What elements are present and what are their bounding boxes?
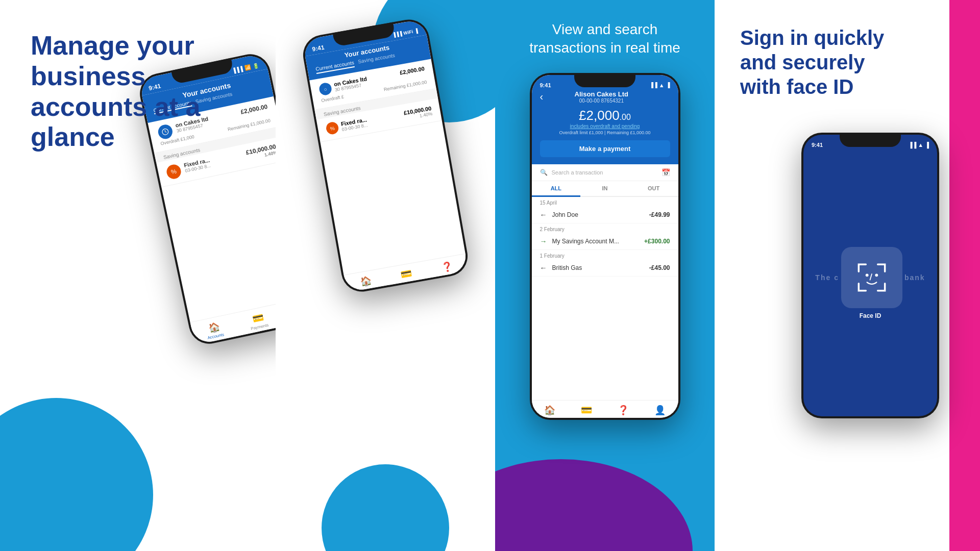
face-id-label: Face ID: [860, 312, 881, 319]
tx-amount-3: -£45.00: [649, 264, 670, 271]
panel-3-title: View and search transactions in real tim…: [516, 20, 694, 58]
tx-amount-2: +£300.00: [644, 238, 670, 245]
wifi-3: ▲: [659, 82, 665, 88]
s3-top-row: ‹ Alison Cakes Ltd 00-00-00 87654321: [540, 90, 670, 104]
signal-3: ▐▐: [649, 82, 657, 88]
signal-4: ▐▐: [909, 142, 917, 148]
tab-out[interactable]: OUT: [629, 181, 678, 196]
signal-2: ▐▐▐: [392, 31, 403, 38]
account-icon-2: ○: [318, 82, 333, 96]
panel-1-title: Manage your business accounts at a glanc…: [31, 31, 250, 153]
screen-3-acct-header: ‹ Alison Cakes Ltd 00-00-00 87654321 £2,…: [532, 88, 678, 164]
phone-notch-3: [574, 73, 635, 87]
phone-screen-4: 9:41 ▐▐ ▲ ▐ The c: [803, 135, 937, 416]
s3-account-name: Alison Cakes Ltd: [547, 90, 655, 98]
payment-icon: 💳: [251, 312, 264, 325]
tab-in[interactable]: IN: [580, 181, 629, 196]
battery-4: ▐: [925, 142, 929, 148]
saving-icon-2: %: [325, 121, 339, 135]
tx-name-2: My Savings Account M...: [552, 238, 640, 245]
phone-2-container: 9:41 ▐▐▐ WiFi ▐ Your accounts Current ac…: [322, 26, 449, 286]
status-time-2: 9:41: [311, 44, 325, 53]
saving-balance-2: £10,000.00 1.40%: [403, 105, 433, 121]
nav-2-help[interactable]: ❓: [440, 261, 453, 273]
panel-3-header: View and search transactions in real tim…: [495, 0, 715, 68]
screen-4-bank-text: The c: [815, 247, 925, 308]
nav-accounts[interactable]: 🏠 Accounts: [205, 320, 225, 340]
transaction-item-3[interactable]: ← British Gas -£45.00: [532, 260, 678, 277]
saving-detail-2: Fixed ra... 03-00-30 8...: [340, 111, 402, 132]
s3-account-info: Alison Cakes Ltd 00-00-00 87654321: [547, 90, 655, 104]
nav-3-payments[interactable]: 💳: [581, 405, 592, 416]
calendar-icon-3[interactable]: 📅: [662, 168, 670, 177]
status-time-4: 9:41: [812, 142, 823, 148]
search-icon-3: 🔍: [540, 169, 548, 176]
date-label-1: 15 April: [532, 197, 678, 207]
s3-search-row: 🔍 Search a transaction 📅: [532, 164, 678, 181]
bottom-nav-1: 🏠 Accounts 💳 Payments ❓ Help: [190, 295, 276, 345]
phone-notch-4: [840, 133, 901, 147]
screen-4-content: The c: [803, 150, 937, 416]
nav-3-home[interactable]: 🏠: [544, 405, 555, 416]
battery-3: ▐: [666, 82, 670, 88]
status-icons-3: ▐▐ ▲ ▐: [649, 82, 670, 88]
nav-3-help[interactable]: ❓: [618, 405, 629, 416]
account-balance-2: £2,000.00: [399, 65, 425, 76]
s3-balance: £2,000.00: [540, 108, 670, 123]
tx-name-1: John Doe: [552, 211, 644, 218]
face-id-box[interactable]: [841, 247, 902, 308]
s3-account-num: 00-00-00 87654321: [547, 98, 655, 104]
face-id-icon: [854, 260, 890, 295]
nav-2-accounts[interactable]: 🏠: [359, 275, 372, 288]
nav-payments[interactable]: 💳 Payments: [248, 311, 270, 331]
phone-mockup-4: 9:41 ▐▐ ▲ ▐ The c: [801, 133, 939, 418]
status-time-3: 9:41: [540, 82, 551, 88]
tab-all[interactable]: ALL: [532, 181, 581, 197]
wifi-2: WiFi: [403, 29, 413, 36]
tx-arrow-out-1: ←: [540, 211, 547, 219]
svg-point-2: [875, 273, 878, 277]
s3-balance-section: £2,000.00 includes overdraft and pending…: [540, 108, 670, 135]
home-icon: 🏠: [207, 321, 220, 334]
phone-screen-3: 9:41 ▐▐ ▲ ▐ ‹ Alison Cakes Ltd 00-00-00 …: [532, 75, 678, 418]
nav-3-profile[interactable]: 👤: [654, 405, 666, 416]
svg-point-1: [866, 273, 869, 277]
payment-icon-2: 💳: [400, 268, 412, 281]
account-icon-saving: %: [165, 163, 182, 180]
blue-circle-decoration: [0, 398, 153, 551]
bottom-nav-2: 🏠 💳 ❓: [344, 254, 468, 292]
bottom-nav-3: 🏠 💳 ❓ 👤: [532, 400, 678, 418]
s3-balance-sub: includes overdraft and pending: [540, 123, 670, 129]
blue-blob-bottom: [322, 464, 449, 551]
transactions-list: 15 April ← John Doe -£49.99 2 February →…: [532, 197, 678, 400]
nav-2-payments[interactable]: 💳: [400, 268, 412, 281]
panel-4-title: Sign in quickly and securely with face I…: [740, 26, 893, 99]
search-placeholder-3[interactable]: Search a transaction: [552, 169, 657, 176]
date-label-3: 1 February: [532, 250, 678, 260]
phone-mockup-2: 9:41 ▐▐▐ WiFi ▐ Your accounts Current ac…: [300, 16, 471, 295]
status-icons-4: ▐▐ ▲ ▐: [909, 142, 929, 148]
phone-mockup-3: 9:41 ▐▐ ▲ ▐ ‹ Alison Cakes Ltd 00-00-00 …: [530, 73, 680, 420]
status-icons-2: ▐▐▐ WiFi ▐: [392, 28, 418, 38]
wifi-4: ▲: [918, 142, 923, 148]
s3-overdraft-info: Overdraft limit £1,000 | Remaining £1,00…: [540, 130, 670, 135]
help-icon-2: ❓: [440, 261, 453, 273]
panel-2: 9:41 ▐▐▐ WiFi ▐ Your accounts Current ac…: [276, 0, 495, 551]
panel-3: View and search transactions in real tim…: [495, 0, 715, 551]
phone-screen-2: 9:41 ▐▐▐ WiFi ▐ Your accounts Current ac…: [302, 19, 468, 292]
battery-icon: 🔋: [252, 62, 259, 69]
transaction-item-1[interactable]: ← John Doe -£49.99: [532, 207, 678, 223]
home-icon-2: 🏠: [359, 275, 372, 288]
tx-arrow-in-1: →: [540, 237, 547, 245]
panel-4: Sign in quickly and securely with face I…: [715, 0, 980, 551]
transaction-tabs: ALL IN OUT: [532, 181, 678, 197]
pink-accent: [949, 0, 980, 551]
transaction-item-2[interactable]: → My Savings Account M... +£300.00: [532, 233, 678, 250]
tx-name-3: British Gas: [552, 264, 644, 271]
battery-2: ▐: [414, 28, 418, 34]
panel-1: Manage your business accounts at a glanc…: [0, 0, 276, 551]
make-payment-button[interactable]: Make a payment: [540, 140, 670, 157]
back-button-3[interactable]: ‹: [540, 91, 544, 103]
tx-arrow-out-2: ←: [540, 264, 547, 272]
tx-amount-1: -£49.99: [649, 211, 670, 218]
